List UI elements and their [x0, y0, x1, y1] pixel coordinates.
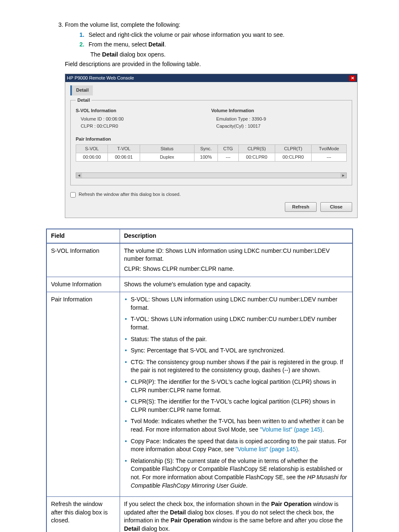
scroll-left-icon[interactable]: ◄	[76, 173, 82, 178]
col-svol: S-VOL	[76, 144, 108, 153]
close-button[interactable]: Close	[320, 202, 352, 212]
refresh-checkbox-label: Refresh the window after this dialog box…	[79, 192, 181, 197]
vol-emul: Emulation Type : 3390-9	[211, 116, 347, 122]
table-row: S-VOL Information The volume ID: Shows L…	[46, 243, 353, 277]
svol-hdr: S-VOL Information	[76, 108, 211, 114]
list-item: CTG: The consistency group number shows …	[124, 358, 348, 375]
cell-tvol: 00:06:01	[108, 153, 140, 162]
sub2-res-post: dialog box opens.	[118, 51, 166, 58]
col-tvolmode: TvolMode	[312, 144, 347, 153]
r4-b4: Detail	[124, 525, 140, 532]
col-tvol: T-VOL	[108, 144, 140, 153]
sub1-text: Select and right-click the volume or pai…	[89, 31, 284, 38]
detail-fieldset: Detail S-VOL Information Volume ID : 00:…	[70, 97, 352, 186]
sub2-pre: From the menu, select	[89, 41, 148, 48]
table-header-row: S-VOL T-VOL Status Sync. CTG CLPR(S) CLP…	[76, 144, 347, 153]
cell-status: Duplex	[140, 153, 194, 162]
svol-clpr: CLPR : 00:CLPR0	[76, 123, 211, 129]
svol-volume-id: Volume ID : 00:06:00	[76, 116, 211, 122]
r4-field: Refresh the window after this dialog box…	[46, 497, 120, 532]
vol-hdr: Volume Information	[211, 108, 347, 114]
list-item: Tvol Mode: Indicates whether the T-VOL h…	[124, 417, 348, 434]
col-status: Status	[140, 144, 194, 153]
cell-sync: 100%	[194, 153, 217, 162]
sub2-num: 2.	[79, 41, 84, 48]
close-icon[interactable]: ✕	[349, 75, 356, 81]
r4-pre: If you select the check box, the informa…	[124, 501, 271, 507]
r4-b3: Pair Operation	[171, 517, 211, 524]
vol-info-col: Volume Information Emulation Type : 3390…	[211, 108, 347, 130]
r4-post: dialog box.	[140, 525, 170, 532]
field-description-table: Field Description S-VOL Information The …	[46, 229, 353, 532]
col-clprt: CLPR(T)	[275, 144, 311, 153]
r4-desc: If you select the check box, the informa…	[120, 497, 353, 532]
horizontal-scrollbar[interactable]: ◄ ►	[76, 172, 347, 178]
sub1-num: 1.	[79, 31, 84, 38]
cell-tvolmode: ---	[312, 153, 347, 162]
volume-list-link[interactable]: "Volume list" (page 145)	[260, 426, 322, 433]
dialog-titlebar: HP P9000 Remote Web Console ✕	[65, 74, 357, 82]
substep-1: 1.Select and right-click the volume or p…	[79, 31, 353, 39]
fieldset-legend: Detail	[76, 97, 92, 103]
detail-dialog: HP P9000 Remote Web Console ✕ Detail Det…	[65, 74, 358, 218]
table-row: Pair Information S-VOL: Shows LUN inform…	[46, 292, 353, 497]
cell-clprs: 00:CLPR0	[238, 153, 275, 162]
sub2-res-pre: The	[90, 51, 102, 58]
cell-ctg: ---	[218, 153, 239, 162]
refresh-button[interactable]: Refresh	[285, 202, 317, 212]
r4-b2: Detail	[170, 509, 186, 516]
table-row[interactable]: 00:06:00 00:06:01 Duplex 100% --- 00:CLP…	[76, 153, 347, 162]
scroll-right-icon[interactable]: ►	[340, 173, 346, 178]
col-clprs: CLPR(S)	[238, 144, 275, 153]
r2-field: Volume Information	[46, 277, 120, 292]
table-row: Volume Information Shows the volume's em…	[46, 277, 353, 292]
volume-list-link[interactable]: "Volume list" (page 145)	[235, 446, 298, 452]
list-item: S-VOL: Shows LUN information using LDKC …	[124, 296, 348, 312]
r1-desc-l2: CLPR: Shows CLPR number:CLPR name.	[124, 265, 348, 273]
list-item: Status: The status of the pair.	[124, 335, 348, 344]
list-item: Relationship (S): The current state of t…	[124, 457, 348, 490]
r1-desc-l1: The volume ID: Shows LUN information usi…	[124, 247, 348, 263]
step-3: From the volume list, complete the follo…	[65, 21, 353, 59]
r1-field: S-VOL Information	[46, 243, 120, 277]
pair-table: S-VOL T-VOL Status Sync. CTG CLPR(S) CLP…	[76, 144, 347, 162]
substep-2: 2.From the menu, select Detail. The Deta…	[79, 41, 353, 59]
step3-text: From the volume list, complete the follo…	[65, 21, 180, 28]
vol-cap: Capacity(Cyl) : 10017	[211, 123, 347, 129]
refresh-checkbox[interactable]	[70, 192, 76, 198]
list-item: CLPR(S): The identifier for the T-VOL's …	[124, 398, 348, 414]
cell-clprt: 00:CLPR0	[275, 153, 311, 162]
detail-tab[interactable]: Detail	[70, 85, 93, 95]
r2-desc: Shows the volume's emulation type and ca…	[120, 277, 353, 292]
col-ctg: CTG	[218, 144, 239, 153]
sub2-post: .	[164, 41, 166, 48]
r4-m3: window is the same before and after you …	[211, 517, 343, 524]
list-item: T-VOL: Shows LUN information using LDKC …	[124, 315, 348, 332]
r3b9-post: .	[298, 446, 299, 452]
table-row: Refresh the window after this dialog box…	[46, 497, 353, 532]
list-item: CLPR(P): The identifier for the S-VOL's …	[124, 378, 348, 394]
r4-b1: Pair Operation	[271, 501, 311, 507]
sub2-bold: Detail	[148, 41, 164, 48]
list-item: Copy Pace: Indicates the speed that data…	[124, 437, 348, 454]
svol-info-col: S-VOL Information Volume ID : 00:06:00 C…	[76, 108, 211, 130]
pair-info-hdr: Pair Information	[76, 136, 347, 142]
list-item: Sync: Percentage that S-VOL and T-VOL ar…	[124, 347, 348, 355]
r3b10-post: .	[246, 482, 248, 489]
dialog-title: HP P9000 Remote Web Console	[67, 75, 134, 81]
col-sync: Sync.	[194, 144, 217, 153]
th-field: Field	[46, 229, 120, 243]
r3b8-post: .	[322, 426, 324, 433]
th-desc: Description	[120, 229, 353, 243]
cell-svol: 00:06:00	[76, 153, 108, 162]
sub2-res-bold: Detail	[102, 51, 118, 58]
field-desc-line: Field descriptions are provided in the f…	[46, 60, 353, 69]
r3-field: Pair Information	[46, 292, 120, 497]
